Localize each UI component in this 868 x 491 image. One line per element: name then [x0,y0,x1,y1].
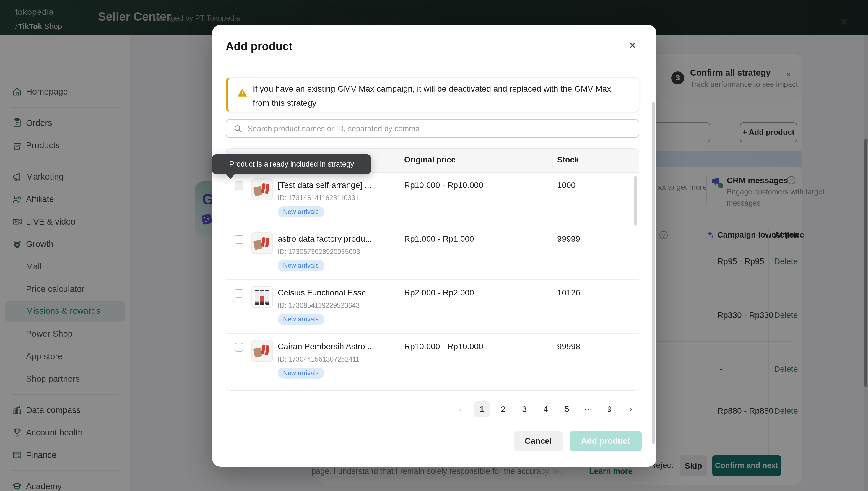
new-arrivals-tag: New arrivals [278,314,324,325]
product-image-gift-boxes [251,178,273,200]
product-row[interactable]: Celsius Functional Esse... ID: 173085411… [226,280,639,334]
original-price-header: Original price [404,155,456,164]
pagination-ellipsis[interactable]: ··· [580,401,596,417]
modal-scrollbar-thumb[interactable] [652,102,655,444]
pagination-page-5[interactable]: 5 [559,401,575,417]
add-product-modal: Add product × If you have an existing GM… [212,25,657,467]
warning-banner: If you have an existing GMV Max campaign… [226,78,639,112]
cancel-button[interactable]: Cancel [514,431,562,452]
search-placeholder: Search product names or ID, separated by… [248,124,419,133]
pagination-page-2[interactable]: 2 [495,401,511,417]
tooltip: Product is already included in strategy [212,154,371,174]
pagination-page-1[interactable]: 1 [474,401,490,417]
product-table: Original price Stock [Test data self-arr… [226,148,639,391]
pagination-prev[interactable]: ‹ [453,401,469,417]
new-arrivals-tag: New arrivals [278,368,324,379]
row-checkbox[interactable] [235,235,243,244]
pagination-page-4[interactable]: 4 [538,401,554,417]
warning-icon [237,87,248,98]
row-checkbox-disabled [235,181,243,190]
warning-text-line2: from this strategy [253,98,316,108]
warning-text-line1: If you have an existing GMV Max campaign… [253,84,611,93]
pagination-next[interactable]: › [623,401,639,417]
modal-close-icon[interactable]: × [629,39,636,52]
search-icon [233,124,243,134]
new-arrivals-tag: New arrivals [278,260,324,271]
row-checkbox[interactable] [235,343,243,352]
product-image-gift-boxes [251,340,273,362]
pagination-page-9[interactable]: 9 [602,401,617,417]
product-row[interactable]: [Test data self-arrange] ... ID: 1731461… [226,173,639,226]
tooltip-caret [226,174,235,179]
stock-header: Stock [557,155,579,164]
add-product-submit-button[interactable]: Add product [570,431,642,452]
product-search-input[interactable]: Search product names or ID, separated by… [226,119,639,138]
modal-title: Add product [226,40,292,53]
pagination-page-3[interactable]: 3 [516,401,532,417]
product-image-gift-boxes [251,232,273,254]
app-root: tokopedia ♪TikTok Shop Seller Center Man… [0,0,868,491]
table-scrollbar-thumb[interactable] [634,176,637,226]
product-image-beverage-cans [251,286,273,308]
product-row[interactable]: Cairan Pembersih Astro ... ID: 173044156… [226,334,639,387]
product-row[interactable]: astro data factory produ... ID: 17305730… [226,226,639,280]
row-checkbox[interactable] [235,289,243,298]
new-arrivals-tag: New arrivals [278,206,324,218]
